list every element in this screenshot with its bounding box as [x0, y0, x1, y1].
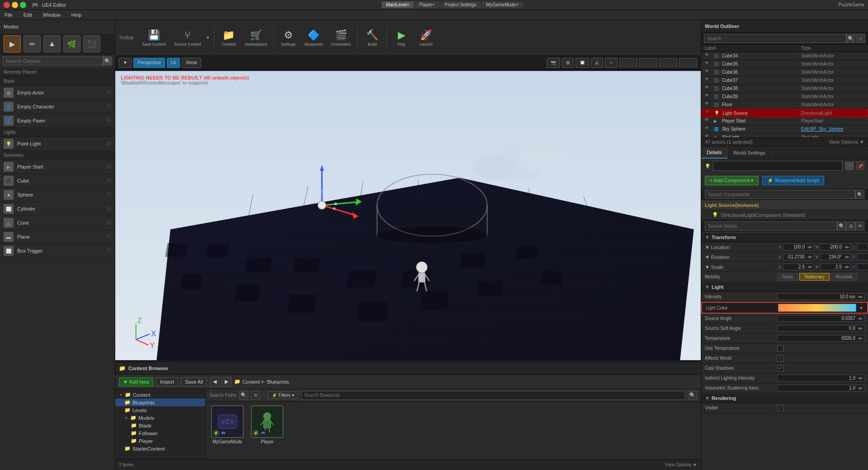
mobility-movable-button[interactable]: Movable: [830, 273, 858, 281]
rendering-section-header[interactable]: ▼ Rendering: [701, 393, 868, 403]
blueprint-add-button[interactable]: ⚡ Blueprint/Add Script: [762, 176, 824, 185]
outliner-item-sky-sphere[interactable]: 👁 🌐 Sky Sphere Edit BP_Sky_Sphere: [701, 125, 868, 133]
vt-scale-btn[interactable]: ↔: [605, 58, 618, 68]
indirect-lighting-val[interactable]: 1.0: [778, 375, 857, 381]
vt-dropdown[interactable]: ▼: [119, 58, 132, 68]
location-x-value[interactable]: 100.0: [783, 244, 806, 250]
tree-player[interactable]: 📁 Player: [115, 437, 205, 445]
place-cylinder[interactable]: ⬜ Cylinder ⓘ: [0, 202, 115, 216]
volumetric-scattering-spin[interactable]: ◀▶: [857, 386, 864, 390]
intensity-val[interactable]: 10.0 lux: [778, 294, 857, 300]
vt-angle-btn[interactable]: ∠: [591, 58, 603, 68]
tab-world-settings[interactable]: World Settings: [728, 146, 771, 159]
maximize-button[interactable]: [20, 2, 26, 8]
scale-y-spin[interactable]: ◀▶: [843, 265, 850, 269]
source-control-button[interactable]: ⑂ Source Control: [170, 23, 205, 53]
outliner-item-cube34[interactable]: 👁 ⬛ Cube34 StaticMeshActor: [701, 52, 868, 60]
cb-item-mygamemode[interactable]: ⚡ 🎮 MyGameMode: [209, 405, 245, 444]
search-classes-input[interactable]: [3, 56, 103, 66]
rotation-y-spin[interactable]: ◀▶: [843, 255, 850, 259]
cinematics-button[interactable]: 🎬 Cinematics: [327, 23, 355, 53]
tab-details[interactable]: Details: [701, 146, 728, 159]
light-color-expand-icon[interactable]: ▼: [859, 306, 863, 310]
menu-window[interactable]: Window: [40, 11, 63, 19]
outliner-item-skylight[interactable]: 👁 ☀ SkyLight SkyLight: [701, 133, 868, 137]
source-angle-val[interactable]: 0.5357: [778, 315, 857, 321]
viewport[interactable]: LIGHTING NEEDS TO BE REBUILT (40 unbuilt…: [115, 70, 701, 362]
path-view-toggle[interactable]: ⊞: [251, 391, 260, 400]
intensity-spin[interactable]: ◀▶: [857, 295, 864, 299]
search-classes-button[interactable]: 🔍: [103, 56, 112, 66]
rotation-label[interactable]: ▼ Rotation: [705, 254, 777, 260]
vis-icon-cube37[interactable]: 👁: [705, 77, 712, 84]
content-button[interactable]: 📁 Content: [217, 23, 241, 53]
affects-world-checkbox[interactable]: ✓: [777, 355, 783, 362]
menu-file[interactable]: File: [2, 11, 15, 19]
actor-name-input[interactable]: Light Source: [713, 161, 843, 171]
tree-starter-content[interactable]: 📁 StarterContent: [115, 445, 205, 452]
details-eye-btn[interactable]: 👁: [855, 221, 864, 230]
vis-icon-cube35[interactable]: 👁: [705, 61, 712, 68]
place-point-light[interactable]: 💡 Point Light ⓘ: [0, 137, 115, 151]
outliner-item-cube38[interactable]: 👁 ⬛ Cube38 StaticMeshActor: [701, 85, 868, 93]
outliner-item-cube39[interactable]: 👁 ⬛ Cube39 StaticMeshActor: [701, 93, 868, 101]
cb-back-button[interactable]: ◀: [210, 377, 220, 387]
cb-forward-button[interactable]: ▶: [222, 377, 231, 387]
marketplace-button[interactable]: 🛒 Marketplace: [241, 23, 271, 53]
save-all-button[interactable]: Save All: [181, 377, 207, 386]
category-recently-placed[interactable]: Recently Placed: [0, 68, 115, 77]
play-button[interactable]: ▶ Play: [390, 23, 413, 53]
outliner-item-cube36[interactable]: 👁 ⬛ Cube36 StaticMeshActor: [701, 68, 868, 76]
outliner-item-light-source[interactable]: 👁 💡 Light Source DirectionalLight: [701, 109, 868, 117]
location-z-value[interactable]: 570.0: [858, 244, 868, 250]
mode-landscape[interactable]: ▲: [43, 35, 61, 52]
source-soft-val[interactable]: 0.0: [778, 325, 857, 331]
tab-mainlevel[interactable]: MainLevel+: [382, 1, 414, 8]
vis-icon-light-source[interactable]: 👁: [705, 109, 712, 117]
rotation-x-value[interactable]: -51.2730: [783, 254, 806, 260]
vt-grid-btn[interactable]: ⊞: [562, 58, 574, 68]
place-sphere[interactable]: ● Sphere ⓘ: [0, 188, 115, 202]
tree-levels[interactable]: 📁 Levels: [115, 406, 205, 414]
outliner-item-cube37[interactable]: 👁 ⬛ Cube37 StaticMeshActor: [701, 76, 868, 85]
cb-path-blueprints[interactable]: Blueprints: [267, 379, 289, 385]
search-blueprints-button[interactable]: 🔍: [688, 391, 697, 400]
category-geometry[interactable]: Geometry: [0, 151, 115, 160]
import-button[interactable]: Import: [156, 377, 178, 386]
tab-project-settings[interactable]: Project Settings: [440, 1, 481, 8]
outliner-item-cube35[interactable]: 👁 ⬛ Cube35 StaticMeshActor: [701, 60, 868, 68]
temperature-spin[interactable]: ◀▶: [857, 336, 864, 340]
place-box-trigger[interactable]: ⬜ Box Trigger ⓘ: [0, 244, 115, 258]
outliner-item-floor[interactable]: 👁 ⬛ Floor StaticMeshActor: [701, 101, 868, 109]
cb-item-player[interactable]: ⚡ 🎮 Player: [249, 405, 285, 444]
mobility-stationary-button[interactable]: Stationary: [799, 273, 830, 281]
vt-show[interactable]: Show: [182, 58, 201, 68]
details-pin-button[interactable]: 📌: [856, 162, 864, 170]
location-y-spin[interactable]: ◀▶: [843, 245, 850, 249]
location-label[interactable]: ▼ Location: [705, 244, 777, 250]
rotation-x-spin[interactable]: ◀▶: [806, 255, 813, 259]
volumetric-scattering-val[interactable]: 1.0: [778, 385, 857, 391]
close-button[interactable]: [4, 2, 10, 8]
search-components-input[interactable]: [705, 190, 855, 199]
details-grid-btn[interactable]: ⊞: [846, 221, 855, 230]
indirect-lighting-spin[interactable]: ◀▶: [857, 376, 864, 380]
minimize-button[interactable]: [12, 2, 18, 8]
source-soft-spin[interactable]: ◀▶: [857, 326, 864, 330]
vis-icon-player-start[interactable]: 👁: [705, 118, 712, 125]
place-empty-actor[interactable]: ◎ Empty Actor ⓘ: [0, 86, 115, 100]
search-paths-button[interactable]: 🔍: [239, 391, 248, 400]
vt-lit[interactable]: Lit: [167, 58, 180, 68]
rotation-y-value[interactable]: 234.0°: [821, 254, 843, 260]
outliner-view-options[interactable]: View Options ▼: [829, 139, 864, 145]
component-directional-light[interactable]: 💡 DirectionalLightComponent (Inherited): [701, 210, 868, 220]
mode-geometry[interactable]: ⬛: [83, 35, 100, 52]
launch-button[interactable]: 🚀 Launch: [414, 23, 438, 53]
vis-icon-cube39[interactable]: 👁: [705, 93, 712, 100]
vt-view-value[interactable]: 4: [679, 58, 697, 67]
add-new-button[interactable]: ▼ Add New: [119, 377, 153, 386]
tree-blade[interactable]: 📁 Blade: [115, 422, 205, 429]
mode-paint[interactable]: ✏: [24, 35, 41, 52]
vt-snap-btn[interactable]: 🔲: [576, 58, 589, 68]
vis-icon-skylight[interactable]: 👁: [705, 134, 712, 138]
